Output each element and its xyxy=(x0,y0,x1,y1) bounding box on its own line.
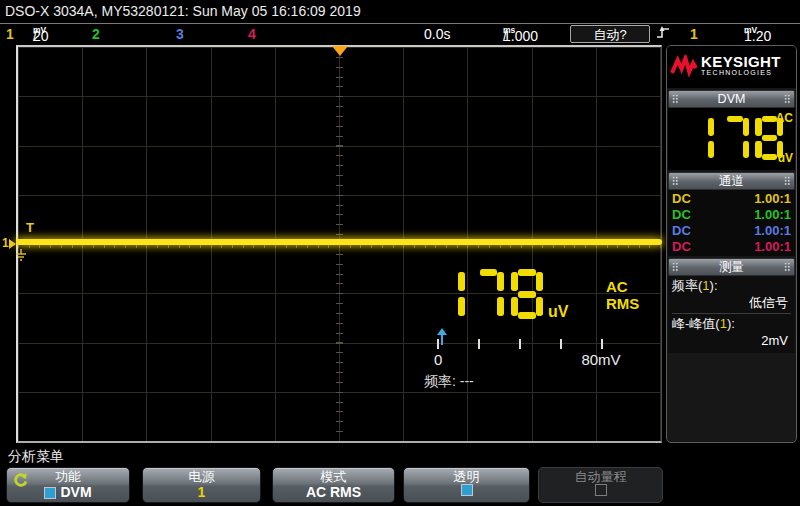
trigger-slope-icon xyxy=(656,25,671,43)
checkbox-checked-icon xyxy=(461,484,473,496)
channel2-row: DC1.00:1 xyxy=(668,207,795,223)
titlebar: DSO-X 3034A, MY53280121: Sun May 05 16:1… xyxy=(0,0,800,24)
dvm-overlay-mode: AC RMS xyxy=(606,278,661,312)
checkbox-checked-icon xyxy=(44,487,56,499)
measure-panel-header[interactable]: 测量 xyxy=(668,258,795,276)
softkey-value: DVM xyxy=(60,484,91,501)
brand-name: KEYSIGHT xyxy=(701,56,781,67)
grip-icon xyxy=(784,176,791,186)
pkpk-measure-value: 2mV xyxy=(672,332,791,349)
softkey-autorange[interactable]: 自动量程 xyxy=(538,467,663,503)
trigger-level-marker[interactable]: T xyxy=(26,220,34,235)
channel2-indicator[interactable]: 2 xyxy=(92,26,100,42)
dvm-scale-tick xyxy=(519,339,521,349)
measure-rows: 频率(1): 低信号 峰-峰值(1): 2mV xyxy=(668,276,795,353)
ground-symbol-icon xyxy=(15,247,27,265)
channels-panel-header[interactable]: 通道 xyxy=(668,172,795,190)
back-arrow-icon xyxy=(11,472,28,492)
brand-subtitle: TECHNOLOGIES xyxy=(701,67,781,78)
time-position: 0.0s xyxy=(424,26,450,42)
graticule: uV AC RMS 0 80mV 频率: --- xyxy=(16,45,662,443)
dvm-overlay-unit: uV xyxy=(548,303,568,321)
softkey-source[interactable]: 电源 1 xyxy=(142,467,261,503)
dvm-scale-pointer-stem xyxy=(441,334,443,345)
dvm-scale-tick xyxy=(560,339,562,349)
instrument-title: DSO-X 3034A, MY53280121: Sun May 05 16:1… xyxy=(5,3,361,19)
channel3-indicator[interactable]: 3 xyxy=(176,26,184,42)
grip-icon xyxy=(672,94,679,104)
dvm-scale-tick xyxy=(601,339,603,349)
dvm-panel: DVM AC uV xyxy=(668,90,795,170)
dvm-unit: uV xyxy=(778,151,793,165)
sidebar: KEYSIGHT TECHNOLOGIES DVM AC uV 通道 xyxy=(666,45,797,443)
freq-measure-value: 低信号 xyxy=(672,294,791,311)
softkey-value: AC RMS xyxy=(273,484,394,501)
trigger-mode-label: 自动? xyxy=(593,27,626,42)
dvm-scale-min-label: 0 xyxy=(434,351,442,368)
channel4-indicator[interactable]: 4 xyxy=(248,26,256,42)
channels-panel: 通道 DC1.00:1 DC1.00:1 DC1.00:1 DC1.00:1 xyxy=(668,172,795,256)
checkbox-unchecked-icon xyxy=(595,484,607,496)
channel1-trace[interactable] xyxy=(16,239,662,245)
softkey-function[interactable]: 功能 DVM xyxy=(6,467,130,503)
grip-icon xyxy=(672,262,679,272)
trigger-source: 1 xyxy=(690,26,698,42)
dvm-scale-tick xyxy=(437,339,439,349)
grip-icon xyxy=(784,94,791,104)
dvm-mode: AC xyxy=(776,111,793,125)
dvm-frequency-readout: 频率: --- xyxy=(424,373,474,391)
grip-icon xyxy=(672,176,679,186)
softkey-mode[interactable]: 模式 AC RMS xyxy=(272,467,395,503)
softkey-label: 电源 xyxy=(143,470,260,484)
dvm-panel-header[interactable]: DVM xyxy=(668,90,795,108)
softkey-label: 模式 xyxy=(273,470,394,484)
channel1-row: DC1.00:1 xyxy=(668,191,795,207)
channel4-row: DC1.00:1 xyxy=(668,239,795,255)
softkey-value: 1 xyxy=(143,484,260,501)
dvm-reading: AC uV xyxy=(668,108,795,170)
menu-title: 分析菜单 xyxy=(8,448,64,466)
dvm-scale-max-label: 80mV xyxy=(574,351,628,368)
channel-rows: DC1.00:1 DC1.00:1 DC1.00:1 DC1.00:1 xyxy=(668,190,795,256)
channel3-row: DC1.00:1 xyxy=(668,223,795,239)
softkey-label: 自动量程 xyxy=(539,470,662,484)
softkey-transparent[interactable]: 透明 xyxy=(403,467,530,503)
channel1-indicator[interactable]: 1 xyxy=(6,26,14,42)
time-reference-marker[interactable] xyxy=(332,46,348,56)
dvm-scale-tick xyxy=(478,339,480,349)
measure-panel: 测量 频率(1): 低信号 峰-峰值(1): 2mV xyxy=(668,258,795,353)
pkpk-measure-label: 峰-峰值(1): xyxy=(672,316,791,332)
keysight-logo-icon xyxy=(670,55,697,79)
brand-header: KEYSIGHT TECHNOLOGIES xyxy=(667,46,796,88)
divider xyxy=(672,313,791,314)
freq-measure-label: 频率(1): xyxy=(672,278,791,294)
trigger-mode-badge: 自动? xyxy=(570,25,650,43)
dvm-value xyxy=(683,116,787,171)
dvm-overlay-value xyxy=(430,269,547,331)
statusbar: 1 20mV/ 2 3 4 0.0s 1.000ms/ 自动? 1 1.20mV xyxy=(0,24,800,45)
grip-icon xyxy=(784,262,791,272)
softkey-label: 透明 xyxy=(404,470,529,484)
oscilloscope-screen: DSO-X 3034A, MY53280121: Sun May 05 16:1… xyxy=(0,0,800,506)
